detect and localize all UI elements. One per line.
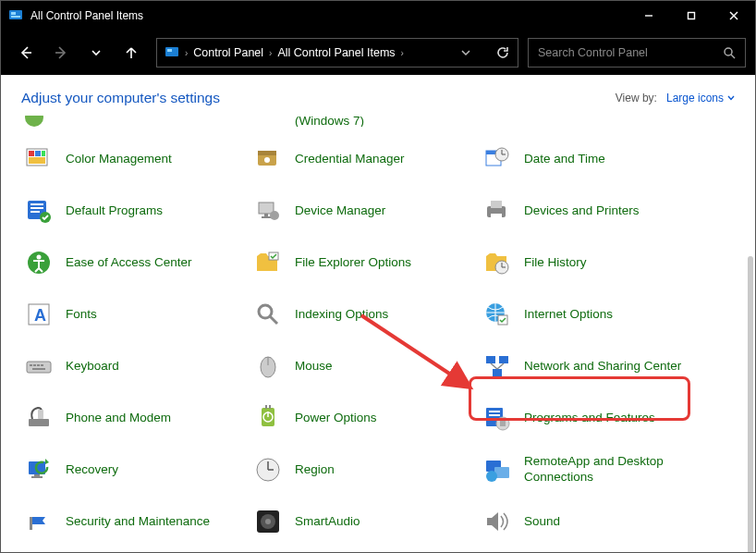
content-header: Adjust your computer's settings View by:… bbox=[1, 75, 755, 116]
refresh-button[interactable] bbox=[495, 45, 510, 60]
recovery-icon bbox=[23, 454, 55, 485]
devices-printers-icon bbox=[482, 195, 513, 227]
svg-rect-20 bbox=[258, 151, 276, 155]
cp-item-date-and-time[interactable]: Date and Time bbox=[476, 140, 705, 178]
svg-rect-29 bbox=[30, 207, 43, 209]
svg-rect-53 bbox=[33, 364, 36, 366]
breadcrumb-item[interactable]: Control Panel bbox=[193, 46, 263, 59]
cp-item-file-history[interactable]: File History bbox=[476, 243, 705, 282]
svg-rect-68 bbox=[269, 405, 271, 409]
cp-item-keyboard[interactable]: Keyboard bbox=[18, 347, 247, 386]
window: All Control Panel Items › Control Panel … bbox=[0, 0, 756, 553]
svg-line-63 bbox=[497, 363, 504, 369]
svg-rect-2 bbox=[11, 16, 20, 18]
svg-point-21 bbox=[264, 157, 270, 163]
svg-point-88 bbox=[265, 519, 271, 524]
svg-rect-51 bbox=[27, 362, 51, 373]
file-history-icon bbox=[482, 247, 513, 278]
mouse-icon bbox=[252, 350, 284, 382]
chevron-down-icon bbox=[727, 94, 735, 102]
cp-item-internet-options[interactable]: Internet Options bbox=[476, 295, 705, 334]
svg-point-13 bbox=[25, 116, 43, 127]
svg-rect-78 bbox=[34, 474, 40, 476]
cp-item-device-manager[interactable]: Device Manager bbox=[247, 191, 476, 230]
cp-item[interactable] bbox=[18, 116, 247, 127]
cp-item-fonts[interactable]: AFonts bbox=[18, 295, 247, 334]
svg-rect-33 bbox=[264, 214, 268, 216]
cp-item-file-explorer-options[interactable]: File Explorer Options bbox=[247, 243, 476, 282]
chevron-down-icon[interactable] bbox=[460, 47, 471, 58]
control-panel-icon bbox=[165, 45, 179, 60]
chevron-right-icon[interactable]: › bbox=[269, 48, 272, 58]
svg-rect-17 bbox=[42, 151, 45, 156]
search-icon bbox=[723, 46, 736, 59]
svg-point-85 bbox=[486, 471, 497, 482]
indexing-icon bbox=[252, 299, 284, 330]
svg-point-40 bbox=[37, 255, 42, 260]
cp-item-smartaudio[interactable]: SmartAudio bbox=[247, 502, 476, 541]
cp-item-region[interactable]: Region bbox=[247, 450, 476, 489]
svg-rect-30 bbox=[30, 211, 40, 213]
cp-item-default-programs[interactable]: Default Programs bbox=[18, 191, 247, 230]
svg-rect-52 bbox=[30, 364, 32, 366]
page-title: Adjust your computer's settings bbox=[21, 90, 220, 106]
breadcrumb-item[interactable]: All Control Panel Items bbox=[277, 46, 395, 59]
forward-button[interactable] bbox=[45, 37, 77, 68]
minimize-button[interactable] bbox=[628, 1, 670, 31]
items-grid-wrap: (Windows 7) Color Management Credential … bbox=[1, 116, 755, 552]
cp-item-network-sharing[interactable]: Network and Sharing Center bbox=[476, 347, 705, 386]
svg-rect-72 bbox=[489, 411, 500, 412]
cp-item-security-maintenance[interactable]: Security and Maintenance bbox=[18, 502, 247, 541]
cp-item[interactable] bbox=[476, 116, 705, 127]
svg-rect-61 bbox=[493, 369, 502, 376]
maximize-button[interactable] bbox=[670, 1, 713, 31]
cp-item-sound[interactable]: Sound bbox=[476, 502, 705, 541]
content-area: Adjust your computer's settings View by:… bbox=[1, 75, 755, 552]
cp-item-color-management[interactable]: Color Management bbox=[18, 140, 247, 178]
titlebar: All Control Panel Items bbox=[1, 1, 755, 31]
back-button[interactable] bbox=[10, 37, 42, 68]
view-by-value[interactable]: Large icons bbox=[666, 92, 735, 104]
phone-modem-icon bbox=[23, 402, 55, 434]
cp-item-ease-of-access[interactable]: Ease of Access Center bbox=[18, 243, 247, 282]
svg-rect-55 bbox=[41, 364, 43, 366]
svg-rect-74 bbox=[489, 418, 496, 420]
svg-rect-28 bbox=[30, 203, 43, 205]
window-title: All Control Panel Items bbox=[30, 9, 628, 22]
cp-item-programs-features[interactable]: Programs and Features bbox=[476, 399, 705, 437]
address-bar[interactable]: › Control Panel › All Control Panel Item… bbox=[156, 38, 518, 68]
svg-rect-18 bbox=[29, 157, 45, 164]
programs-features-icon bbox=[482, 402, 513, 434]
color-management-icon bbox=[23, 143, 55, 175]
keyboard-icon bbox=[23, 350, 55, 382]
cp-item-credential-manager[interactable]: Credential Manager bbox=[247, 140, 476, 178]
svg-line-62 bbox=[491, 363, 497, 369]
chevron-right-icon[interactable]: › bbox=[401, 48, 404, 58]
cp-item-remoteapp[interactable]: RemoteApp and Desktop Connections bbox=[476, 450, 705, 489]
svg-point-35 bbox=[270, 211, 279, 220]
cp-item-indexing-options[interactable]: Indexing Options bbox=[247, 295, 476, 334]
scrollbar[interactable] bbox=[748, 256, 753, 552]
svg-rect-32 bbox=[259, 203, 274, 214]
cp-item-phone-modem[interactable]: Phone and Modem bbox=[18, 399, 247, 437]
cp-item-recovery[interactable]: Recovery bbox=[18, 450, 247, 489]
close-button[interactable] bbox=[713, 1, 755, 31]
cp-item-mouse[interactable]: Mouse bbox=[247, 347, 476, 386]
smartaudio-icon bbox=[252, 506, 284, 537]
navbar: › Control Panel › All Control Panel Item… bbox=[1, 31, 755, 75]
credential-manager-icon bbox=[252, 143, 284, 175]
svg-rect-79 bbox=[31, 476, 43, 478]
recent-locations-button[interactable] bbox=[80, 37, 112, 68]
search-input[interactable]: Search Control Panel bbox=[528, 38, 746, 68]
svg-rect-37 bbox=[491, 201, 502, 208]
svg-rect-59 bbox=[486, 356, 495, 363]
up-button[interactable] bbox=[116, 37, 147, 68]
svg-point-47 bbox=[259, 305, 272, 318]
window-buttons bbox=[628, 1, 755, 31]
cp-item-power-options[interactable]: Power Options bbox=[247, 399, 476, 437]
cp-item[interactable]: (Windows 7) bbox=[247, 116, 476, 127]
view-by-control[interactable]: View by: Large icons bbox=[616, 92, 735, 104]
chevron-right-icon[interactable]: › bbox=[185, 48, 188, 58]
cp-item-devices-and-printers[interactable]: Devices and Printers bbox=[476, 191, 705, 230]
svg-rect-4 bbox=[689, 13, 695, 19]
